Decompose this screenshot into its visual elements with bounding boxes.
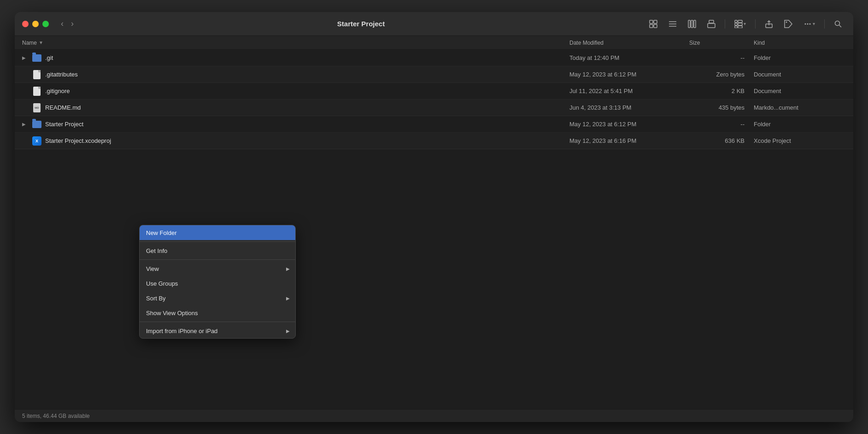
menu-item[interactable]: Get Info: [140, 243, 295, 258]
size-cell: --: [689, 121, 754, 128]
separator-3: [824, 19, 825, 29]
date-column-header[interactable]: Date Modified: [569, 40, 689, 46]
file-icon: MD: [32, 103, 41, 112]
file-icon: X: [32, 136, 41, 146]
file-name-label: .git: [45, 54, 53, 61]
column-headers: Name ▼ Date Modified Size Kind: [15, 36, 853, 50]
svg-rect-17: [738, 26, 742, 28]
finder-window: ‹ › Starter Project ▾: [15, 12, 853, 422]
kind-cell: Markdo...cument: [754, 104, 846, 111]
file-list[interactable]: ▶ .git Today at 12:40 PM -- Folder .gita…: [15, 50, 853, 149]
date-cell: Jul 11, 2022 at 5:41 PM: [569, 88, 689, 94]
file-name-label: .gitignore: [45, 88, 70, 94]
size-cell: 2 KB: [689, 88, 754, 94]
svg-rect-8: [691, 20, 693, 28]
file-name-cell: ▶ Starter Project: [22, 120, 569, 129]
size-column-header[interactable]: Size: [689, 40, 754, 46]
svg-rect-11: [709, 20, 714, 23]
table-row[interactable]: .gitattributes May 12, 2023 at 6:12 PM Z…: [15, 66, 853, 83]
nav-arrows: ‹ ›: [58, 17, 76, 30]
menu-item[interactable]: Import from iPhone or iPad ▶: [140, 323, 295, 338]
svg-point-24: [835, 21, 840, 25]
file-icon: [32, 87, 41, 96]
file-icon: [32, 70, 41, 79]
svg-rect-14: [735, 26, 737, 28]
separator-1: [725, 19, 725, 29]
context-menu[interactable]: New Folder Get Info View ▶ Use Groups So…: [139, 225, 296, 339]
table-row[interactable]: .gitignore Jul 11, 2022 at 5:41 PM 2 KB …: [15, 83, 853, 100]
svg-point-21: [805, 23, 806, 24]
table-row[interactable]: MD README.md Jun 4, 2023 at 3:13 PM 435 …: [15, 100, 853, 116]
separator-2: [755, 19, 756, 29]
folder-icon: [32, 54, 41, 62]
name-column-header[interactable]: Name ▼: [22, 40, 569, 46]
tags-button[interactable]: [780, 17, 796, 31]
minimize-button[interactable]: [32, 21, 39, 27]
document-icon: [33, 70, 41, 79]
menu-separator: [140, 322, 295, 322]
menu-separator: [140, 259, 295, 260]
file-icon: [32, 120, 41, 129]
list-view-button[interactable]: [665, 17, 680, 31]
date-cell: May 12, 2023 at 6:16 PM: [569, 137, 689, 144]
date-cell: May 12, 2023 at 6:12 PM: [569, 71, 689, 78]
more-button[interactable]: ▾: [800, 17, 819, 31]
menu-item-label: New Folder: [146, 229, 176, 236]
date-cell: May 12, 2023 at 6:12 PM: [569, 121, 689, 128]
markdown-icon: MD: [33, 103, 41, 112]
menu-item[interactable]: Sort By ▶: [140, 291, 295, 305]
svg-rect-7: [688, 20, 690, 28]
size-cell: 435 bytes: [689, 104, 754, 111]
svg-rect-1: [654, 20, 657, 23]
icon-view-button[interactable]: [645, 17, 661, 31]
menu-separator: [140, 241, 295, 242]
size-cell: --: [689, 54, 754, 61]
file-name-cell: ▶ .git: [22, 53, 569, 63]
date-cell: Jun 4, 2023 at 3:13 PM: [569, 104, 689, 111]
sort-arrow-icon: ▼: [39, 40, 43, 45]
kind-cell: Document: [754, 88, 846, 94]
menu-item[interactable]: New Folder: [140, 225, 295, 240]
menu-item[interactable]: View ▶: [140, 261, 295, 276]
folder-icon: [32, 121, 41, 128]
kind-cell: Folder: [754, 54, 846, 61]
close-button[interactable]: [22, 21, 29, 27]
svg-rect-13: [735, 23, 737, 25]
gallery-view-button[interactable]: [704, 17, 719, 31]
xcode-icon: X: [32, 136, 41, 146]
search-button[interactable]: [830, 17, 846, 31]
back-button[interactable]: ‹: [58, 17, 66, 30]
file-name-label: Starter Project.xcodeproj: [45, 137, 111, 144]
column-view-button[interactable]: [684, 17, 700, 31]
svg-rect-0: [650, 20, 653, 23]
table-row[interactable]: X Starter Project.xcodeproj May 12, 2023…: [15, 133, 853, 149]
date-cell: Today at 12:40 PM: [569, 54, 689, 61]
share-button[interactable]: [761, 17, 777, 31]
kind-column-header[interactable]: Kind: [754, 40, 846, 46]
toolbar-icons: ▾ ▾: [645, 17, 846, 31]
table-row[interactable]: ▶ Starter Project May 12, 2023 at 6:12 P…: [15, 116, 853, 133]
menu-item[interactable]: Show View Options: [140, 305, 295, 320]
menu-item[interactable]: Use Groups: [140, 276, 295, 291]
svg-rect-3: [654, 24, 657, 28]
forward-button[interactable]: ›: [68, 17, 76, 30]
svg-rect-12: [735, 20, 737, 23]
file-name-cell: MD README.md: [22, 103, 569, 112]
svg-point-20: [786, 21, 787, 23]
file-icon: [32, 53, 41, 63]
svg-rect-9: [694, 20, 696, 28]
kind-cell: Document: [754, 71, 846, 78]
file-name-cell: .gitignore: [22, 87, 569, 96]
traffic-lights: [22, 21, 49, 27]
menu-item-label: Sort By: [146, 295, 166, 302]
document-icon: [33, 87, 41, 96]
expand-arrow-icon[interactable]: ▶: [22, 55, 29, 60]
submenu-arrow-icon: ▶: [286, 296, 290, 301]
group-by-button[interactable]: ▾: [731, 17, 750, 31]
expand-arrow-icon[interactable]: ▶: [22, 122, 29, 127]
status-bar: 5 items, 46.44 GB available: [15, 409, 853, 422]
file-name-label: Starter Project: [45, 121, 83, 128]
file-list-container: ▶ .git Today at 12:40 PM -- Folder .gita…: [15, 50, 853, 409]
maximize-button[interactable]: [42, 21, 49, 27]
table-row[interactable]: ▶ .git Today at 12:40 PM -- Folder: [15, 50, 853, 66]
